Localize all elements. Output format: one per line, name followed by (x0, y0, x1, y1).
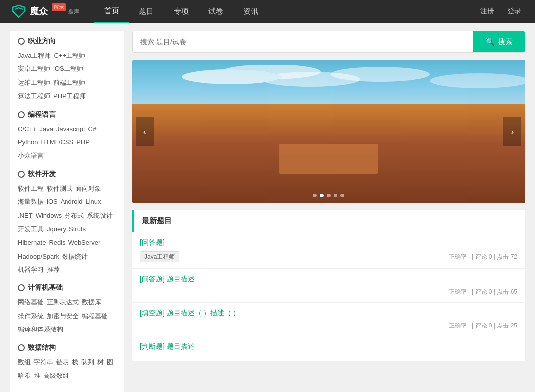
link-software-eng[interactable]: 软件工程 (18, 183, 44, 194)
question-type-1: [问答题] (140, 238, 165, 246)
banner-dot-3[interactable] (327, 194, 331, 197)
sidebar-career-links: Java工程师 C++工程师 安卓工程师 iOS工程师 运维工程师 前端工程师 … (18, 50, 116, 102)
link-regex[interactable]: 正则表达式 (47, 296, 79, 308)
link-ios[interactable]: iOS (47, 196, 58, 207)
link-data-stat[interactable]: 数据统计 (62, 251, 88, 262)
link-niche-lang[interactable]: 小众语言 (18, 150, 44, 161)
banner-next-button[interactable]: › (503, 117, 521, 146)
link-os[interactable]: 操作系统 (18, 310, 44, 322)
demo-badge: 演示 (52, 3, 66, 11)
nav-item-news[interactable]: 资讯 (233, 0, 268, 23)
link-advanced-array[interactable]: 高级数组 (43, 370, 69, 381)
link-linkedlist[interactable]: 链表 (56, 356, 69, 368)
link-distributed[interactable]: 分布式 (65, 210, 84, 221)
link-dev-tools[interactable]: 开发工具 (18, 223, 44, 235)
link-python[interactable]: Python (18, 136, 38, 148)
register-button[interactable]: 注册 (476, 5, 498, 18)
link-heap[interactable]: 堆 (34, 370, 40, 381)
link-string[interactable]: 字符串 (34, 356, 53, 368)
sidebar-software-links: 软件工程 软件测试 面向对象 海量数据 iOS Android Linux .N… (18, 183, 116, 276)
banner-dot-2[interactable] (320, 194, 324, 197)
link-compiler[interactable]: 编译和体系结构 (18, 324, 63, 335)
banner-dot-5[interactable] (340, 194, 344, 197)
nav-item-exams[interactable]: 试卷 (199, 0, 233, 23)
circle-icon-3 (18, 171, 25, 178)
link-php-engineer[interactable]: PHP工程师 (53, 90, 86, 102)
link-csharp[interactable]: C# (88, 123, 97, 134)
sidebar-section-lang: 编程语言 C/C++ Java Javascript C# Python HTM… (18, 110, 116, 162)
link-bigdata[interactable]: 海量数据 (18, 196, 44, 207)
search-bar: 🔍 搜索 (132, 31, 525, 53)
link-android-engineer[interactable]: 安卓工程师 (18, 63, 50, 74)
question-item: [问答题] Java工程师 正确率 - | 评论 0 | 点击 72 (132, 232, 525, 268)
nav-item-special[interactable]: 专项 (164, 0, 199, 23)
question-meta-2: 正确率 - | 评论 0 | 点击 65 (140, 288, 517, 296)
question-item: [填空题] 题目描述（ ）描述（ ） 正确率 - | 评论 0 | 点击 25 (132, 302, 525, 336)
link-coding-basics[interactable]: 编程基础 (82, 310, 108, 322)
sidebar: 职业方向 Java工程师 C++工程师 安卓工程师 iOS工程师 运维工程师 前… (10, 31, 124, 392)
banner-dot-4[interactable] (334, 194, 337, 197)
link-security[interactable]: 加密与安全 (47, 310, 79, 322)
search-button[interactable]: 🔍 搜索 (473, 31, 525, 52)
content-area: 🔍 搜索 ‹ › 最新题目 (132, 31, 525, 392)
link-php[interactable]: PHP (76, 136, 90, 148)
link-recommend[interactable]: 推荐 (47, 264, 60, 275)
sidebar-section-career: 职业方向 Java工程师 C++工程师 安卓工程师 iOS工程师 运维工程师 前… (18, 37, 116, 102)
banner: ‹ › (132, 60, 525, 203)
link-java[interactable]: Java (40, 123, 53, 134)
question-link-1[interactable]: [问答题] (140, 238, 517, 247)
link-array[interactable]: 数组 (18, 356, 31, 368)
question-link-2[interactable]: [问答题] 题目描述 (140, 275, 517, 284)
logo-area[interactable]: 魔众 演示 题库 (10, 2, 79, 20)
link-system-design[interactable]: 系统设计 (87, 210, 113, 221)
nav-item-home[interactable]: 首页 (94, 0, 129, 23)
link-cpp-engineer[interactable]: C++工程师 (54, 50, 85, 61)
link-redis[interactable]: Redis (49, 237, 65, 248)
link-struts[interactable]: Struts (69, 223, 86, 235)
logo-text: 魔众 (30, 5, 48, 17)
link-frontend-engineer[interactable]: 前端工程师 (53, 77, 85, 88)
sidebar-section-ds: 数据结构 数组 字符串 链表 栈 队列 树 图 哈希 堆 高级数组 (18, 343, 116, 382)
link-hadoop[interactable]: Hadoop/Spark (18, 251, 59, 262)
question-stats-2: 正确率 - | 评论 0 | 点击 65 (449, 288, 517, 296)
question-item: [判断题] 题目描述 (132, 336, 525, 361)
link-stack[interactable]: 栈 (72, 356, 78, 368)
link-oop[interactable]: 面向对象 (75, 183, 101, 194)
link-jquery[interactable]: Jquery (47, 223, 66, 235)
link-linux[interactable]: Linux (85, 196, 101, 207)
link-webserver[interactable]: WebServer (68, 237, 101, 248)
question-link-4[interactable]: [判断题] 题目描述 (140, 342, 517, 351)
link-ios-engineer[interactable]: iOS工程师 (53, 63, 83, 74)
link-network[interactable]: 网络基础 (18, 296, 44, 308)
link-net[interactable]: .NET (18, 210, 33, 221)
link-c-cpp[interactable]: C/C++ (18, 123, 37, 134)
link-hash[interactable]: 哈希 (18, 370, 31, 381)
question-tags-1: Java工程师 (140, 251, 179, 262)
link-windows[interactable]: Windows (36, 210, 62, 221)
banner-dot-1[interactable] (313, 194, 317, 197)
question-meta-3: 正确率 - | 评论 0 | 点击 25 (140, 322, 517, 330)
link-android[interactable]: Android (61, 196, 83, 207)
link-graph[interactable]: 图 (107, 356, 113, 368)
login-button[interactable]: 登录 (503, 5, 525, 18)
question-tag[interactable]: Java工程师 (140, 251, 179, 262)
search-input[interactable] (133, 31, 473, 52)
link-tree[interactable]: 树 (97, 356, 104, 368)
link-html-css[interactable]: HTML/CSS (41, 136, 73, 148)
link-javascript[interactable]: Javascript (56, 123, 85, 134)
sidebar-ds-links: 数组 字符串 链表 栈 队列 树 图 哈希 堆 高级数组 (18, 356, 116, 382)
banner-prev-button[interactable]: ‹ (136, 117, 154, 146)
link-algo-engineer[interactable]: 算法工程师 (18, 90, 50, 102)
banner-dots (313, 194, 344, 197)
link-java-engineer[interactable]: Java工程师 (18, 50, 51, 61)
circle-icon-5 (18, 344, 25, 351)
nav-item-questions[interactable]: 题目 (129, 0, 164, 23)
question-link-3[interactable]: [填空题] 题目描述（ ）描述（ ） (140, 309, 517, 318)
link-ml[interactable]: 机器学习 (18, 264, 44, 275)
search-icon: 🔍 (485, 37, 495, 46)
link-ops-engineer[interactable]: 运维工程师 (18, 77, 50, 88)
link-db[interactable]: 数据库 (82, 296, 101, 308)
link-hibernate[interactable]: Hibernate (18, 237, 46, 248)
link-software-test[interactable]: 软件测试 (47, 183, 72, 194)
link-queue[interactable]: 队列 (81, 356, 94, 368)
